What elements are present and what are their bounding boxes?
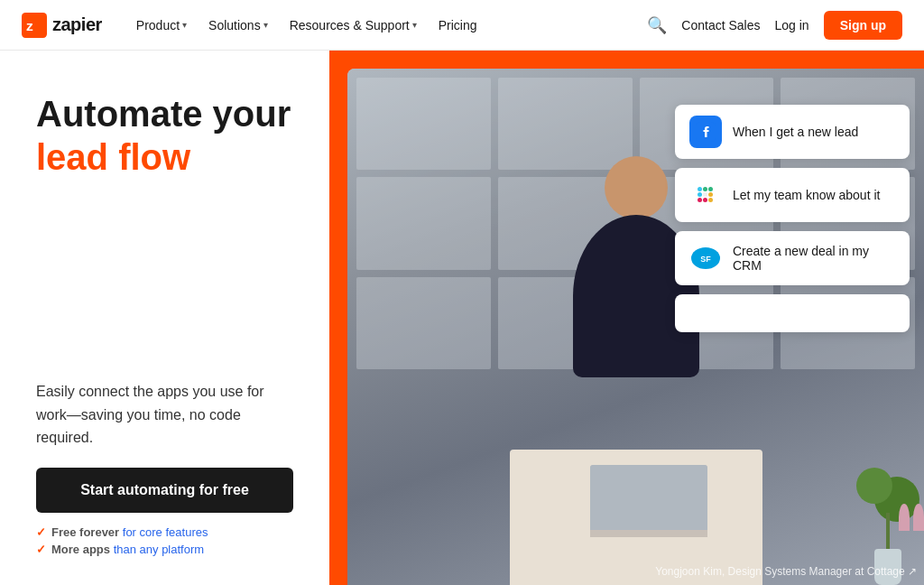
svg-rect-5 <box>703 187 707 191</box>
svg-rect-10 <box>708 198 713 202</box>
search-icon[interactable]: 🔍 <box>647 15 667 35</box>
window-pane <box>356 177 491 269</box>
laptop-screen <box>590 465 707 530</box>
signup-button[interactable]: Sign up <box>824 11 902 40</box>
window-pane <box>498 78 633 170</box>
plant-ball <box>856 468 892 504</box>
navigation: z zapier Product ▾ Solutions ▾ Resources… <box>0 0 924 51</box>
card-crm-text: Create a new deal in my CRM <box>733 244 895 273</box>
card-lead-text: When I get a new lead <box>733 125 858 139</box>
svg-rect-11 <box>703 192 707 197</box>
chevron-down-icon: ▾ <box>263 20 268 30</box>
slack-icon <box>689 179 722 211</box>
nav-resources[interactable]: Resources & Support ▾ <box>281 13 426 38</box>
trust-item-apps: ✓ More apps than any platform <box>36 543 293 556</box>
automation-cards: When I get a new lead <box>675 105 910 332</box>
nav-product[interactable]: Product ▾ <box>127 13 196 38</box>
login-link[interactable]: Log in <box>775 18 809 32</box>
plant-decoration <box>852 441 924 585</box>
automation-card-team: Let my team know about it <box>675 168 910 222</box>
salesforce-icon: SF <box>689 242 722 274</box>
hero-title-line2: lead flow <box>36 137 293 177</box>
hero-bottom: Easily connect the apps you use for work… <box>36 218 293 556</box>
svg-rect-3 <box>698 187 702 191</box>
hero-text: Automate your lead flow <box>36 94 293 177</box>
laptop <box>590 465 707 537</box>
nav-links: Product ▾ Solutions ▾ Resources & Suppor… <box>127 13 648 38</box>
svg-rect-4 <box>698 192 702 197</box>
svg-rect-8 <box>703 198 707 202</box>
nav-right: 🔍 Contact Sales Log in Sign up <box>647 11 902 40</box>
chevron-down-icon: ▾ <box>182 20 187 30</box>
checkmark-icon: ✓ <box>36 525 46 539</box>
logo-text: zapier <box>52 14 102 35</box>
trust-items: ✓ Free forever for core features ✓ More … <box>36 525 293 556</box>
trust-free-link[interactable]: for core features <box>123 525 208 539</box>
card-team-text: Let my team know about it <box>733 188 880 202</box>
hero-title-line1: Automate your <box>36 94 293 134</box>
photo-caption: Yongjoon Kim, Design Systems Manager at … <box>655 565 917 578</box>
svg-rect-6 <box>708 187 713 191</box>
svg-text:SF: SF <box>700 255 711 264</box>
plant-flowers <box>899 504 924 531</box>
logo[interactable]: z zapier <box>22 13 102 38</box>
checkmark-icon: ✓ <box>36 543 46 556</box>
nav-solutions[interactable]: Solutions ▾ <box>199 13 277 38</box>
head-silhouette <box>605 156 668 219</box>
main-content: Automate your lead flow Easily connect t… <box>0 51 924 585</box>
svg-text:z: z <box>26 17 33 32</box>
trust-apps-link[interactable]: than any platform <box>114 543 204 556</box>
nav-pricing[interactable]: Pricing <box>430 13 486 38</box>
svg-rect-9 <box>708 192 713 197</box>
svg-rect-7 <box>698 198 702 202</box>
hero-description: Easily connect the apps you use for work… <box>36 380 293 450</box>
window-pane <box>356 277 491 369</box>
hero-image-panel: Yongjoon Kim, Design Systems Manager at … <box>329 51 924 585</box>
chevron-down-icon: ▾ <box>412 20 417 30</box>
svg-rect-0 <box>22 13 47 38</box>
automation-card-empty <box>675 294 910 332</box>
window-pane <box>356 78 491 170</box>
flower <box>899 504 910 531</box>
hero-section: Automate your lead flow Easily connect t… <box>0 51 329 585</box>
automation-card-crm: SF Create a new deal in my CRM <box>675 231 910 285</box>
trust-item-free: ✓ Free forever for core features <box>36 525 293 539</box>
contact-sales-link[interactable]: Contact Sales <box>681 18 760 32</box>
cta-button[interactable]: Start automating for free <box>36 468 293 513</box>
facebook-icon <box>689 116 722 148</box>
flower <box>913 504 924 531</box>
trust-apps-text: More apps than any platform <box>51 543 204 556</box>
automation-card-lead: When I get a new lead <box>675 105 910 159</box>
trust-free-text: Free forever for core features <box>51 525 208 539</box>
